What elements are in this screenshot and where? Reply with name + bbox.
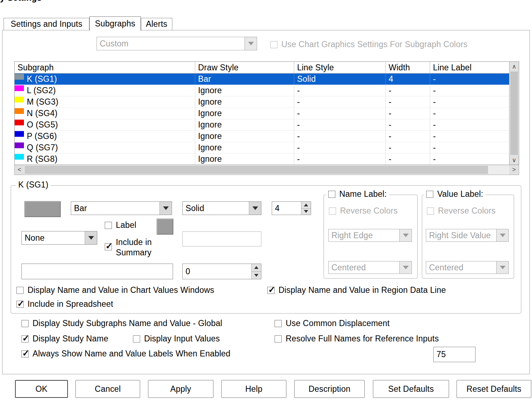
label-checkbox[interactable]: Label (105, 220, 136, 230)
table-row[interactable]: K (SG1) Bar Solid 4 - (15, 74, 509, 85)
subgraph-draw-style: Ignore (195, 96, 294, 108)
display-region-data-checkbox[interactable]: Display Name and Value in Region Data Li… (267, 285, 446, 295)
subgraph-width: - (386, 131, 430, 142)
apply-button[interactable]: Apply (148, 380, 213, 398)
text-to-draw-field[interactable] (182, 231, 261, 246)
set-defaults-button[interactable]: Set Defaults (373, 380, 449, 398)
table-vertical-scrollbar[interactable]: ∧ ∨ (509, 62, 519, 165)
table-row[interactable]: M (SG3) Ignore - - - (15, 96, 509, 108)
ok-button[interactable]: OK (15, 380, 68, 398)
color-button[interactable] (24, 201, 61, 217)
value-reverse-colors-checkbox[interactable]: Reverse Colors (427, 206, 496, 216)
scroll-left-button[interactable]: < (15, 165, 24, 175)
include-spreadsheet-checkbox[interactable]: Include in Spreadsheet (16, 299, 113, 309)
line-style-select[interactable]: Solid (182, 201, 261, 215)
table-row[interactable]: O (SG5) Ignore - - - (15, 119, 509, 131)
spinner-up-button[interactable] (252, 264, 261, 271)
checkbox-box (275, 335, 282, 342)
scroll-up-button[interactable]: ∧ (509, 62, 519, 71)
table-row[interactable]: P (SG6) Ignore - - - (15, 131, 509, 142)
tab-settings-and-inputs[interactable]: Settings and Inputs (4, 18, 89, 30)
column-header-subgraph: Subgraph (15, 62, 195, 73)
checkbox-label: Display Study Name (33, 334, 108, 344)
window-title-text: y Settings (0, 0, 66, 3)
resolve-full-names-checkbox[interactable]: Resolve Full Names for Reference Inputs (275, 334, 439, 344)
subgraph-draw-style: Ignore (195, 154, 294, 165)
subgraph-draw-style: Bar (195, 74, 294, 85)
subgraph-color-swatch (15, 120, 24, 125)
chevron-down-icon (403, 266, 409, 269)
table-row[interactable]: Q (SG7) Ignore - - - (15, 142, 509, 154)
horizontal-scroll-thumb[interactable] (25, 166, 488, 174)
combo-dropdown-button[interactable] (399, 261, 412, 274)
draw-style-select[interactable]: Bar (71, 201, 172, 215)
chevron-down-icon (500, 266, 506, 269)
spinner-down-button[interactable] (301, 208, 311, 215)
checkbox-box (105, 243, 112, 250)
subgraph-name: P (SG6) (15, 131, 195, 142)
include-in-summary-checkbox[interactable]: Include in Summary (105, 237, 171, 258)
name-reverse-colors-checkbox[interactable]: Reverse Colors (329, 206, 398, 216)
scroll-up-icon: ∧ (512, 63, 517, 70)
table-row[interactable]: N (SG4) Ignore - - - (15, 108, 509, 119)
cancel-button[interactable]: Cancel (75, 380, 140, 398)
subgraph-width: 4 (386, 74, 430, 85)
display-input-values-checkbox[interactable]: Display Input Values (133, 334, 220, 344)
subgraph-color-swatch (15, 131, 24, 137)
width-size-value: 4 (272, 202, 301, 215)
value-horizontal-align-select[interactable]: Right Side Value (426, 229, 509, 242)
checkbox-label: Use Chart Graphics Settings For Subgraph… (281, 40, 468, 49)
subgraph-line-style: - (294, 96, 386, 108)
combo-dropdown-button[interactable] (399, 229, 412, 241)
column-header-line-label: Line Label (430, 62, 509, 73)
displacement-spinner[interactable]: 0 (182, 264, 261, 279)
auto-coloring-select[interactable]: None (21, 231, 97, 245)
value-label-checkbox[interactable]: Value Label: (424, 189, 486, 199)
display-subgraphs-global-checkbox[interactable]: Display Study Subgraphs Name and Value -… (21, 319, 222, 328)
combo-dropdown-button[interactable] (249, 202, 261, 215)
table-horizontal-scrollbar[interactable]: < > (14, 165, 519, 175)
checkbox-label: Display Study Subgraphs Name and Value -… (33, 319, 222, 328)
tab-subgraphs[interactable]: Subgraphs (89, 16, 141, 31)
label-color-button[interactable] (157, 219, 173, 235)
graph-draw-type-select[interactable]: Custom (97, 37, 257, 50)
short-name-field[interactable] (21, 264, 173, 279)
display-study-name-checkbox[interactable]: Display Study Name (21, 334, 108, 344)
selected-value: Centered (426, 261, 496, 274)
scroll-right-button[interactable]: > (509, 165, 519, 175)
tab-alerts[interactable]: Alerts (141, 18, 172, 30)
vertical-scroll-thumb[interactable] (510, 71, 518, 155)
width-size-spinner[interactable]: 4 (272, 201, 311, 215)
scroll-down-button[interactable]: ∨ (509, 155, 519, 165)
transparency-input[interactable]: 75 (433, 347, 476, 362)
always-show-labels-checkbox[interactable]: Always Show Name and Value Labels When E… (21, 349, 230, 359)
use-chart-graphics-checkbox[interactable]: Use Chart Graphics Settings For Subgraph… (270, 40, 468, 49)
name-horizontal-align-select[interactable]: Right Edge (328, 229, 412, 242)
help-button[interactable]: Help (221, 380, 286, 398)
spinner-up-button[interactable] (301, 202, 311, 208)
down-arrow-icon (304, 210, 308, 213)
combo-dropdown-button[interactable] (85, 231, 97, 244)
name-label-checkbox[interactable]: Name Label: (326, 189, 389, 199)
combo-dropdown-button[interactable] (496, 229, 508, 241)
reset-defaults-button[interactable]: Reset Defaults (457, 380, 531, 398)
combo-dropdown-button[interactable] (245, 37, 257, 50)
value-vertical-align-select[interactable]: Centered (426, 261, 509, 274)
checkbox-box (267, 287, 275, 294)
use-common-displacement-checkbox[interactable]: Use Common Displacement (275, 319, 390, 328)
combo-dropdown-button[interactable] (159, 202, 172, 215)
combo-dropdown-button[interactable] (496, 261, 508, 274)
checkbox-box (16, 287, 24, 294)
display-chart-values-checkbox[interactable]: Display Name and Value in Chart Values W… (16, 285, 214, 295)
checkbox-label: Include in Spreadsheet (28, 299, 113, 309)
subgraph-line-label: - (430, 154, 509, 165)
checkbox-label: Display Name and Value in Chart Values W… (28, 285, 214, 295)
table-row[interactable]: R (SG8) Ignore - - - (15, 154, 509, 165)
spinner-down-button[interactable] (252, 271, 261, 279)
table-header: Subgraph Draw Style Line Style Width Lin… (15, 62, 509, 74)
subgraph-width: - (386, 85, 430, 96)
description-button[interactable]: Description (294, 380, 365, 398)
table-row[interactable]: L (SG2) Ignore - - - (15, 85, 509, 96)
subgraph-line-style: - (294, 119, 386, 130)
name-vertical-align-select[interactable]: Centered (328, 261, 412, 274)
